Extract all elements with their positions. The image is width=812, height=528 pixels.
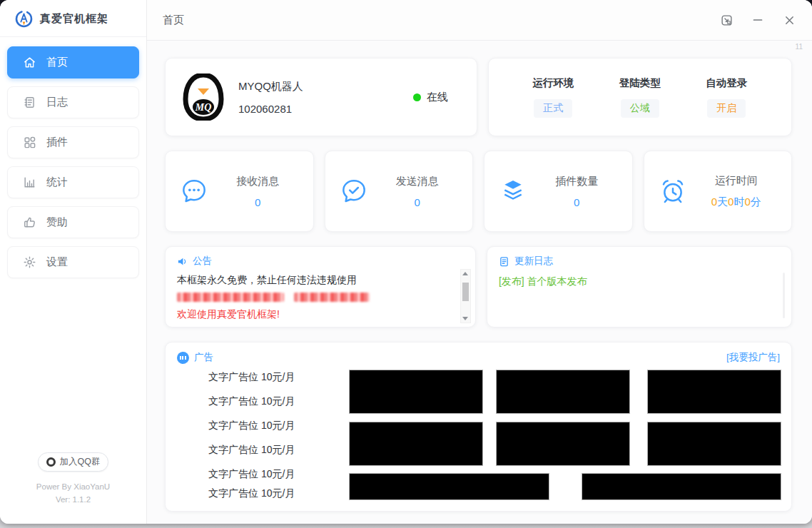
env-label: 运行环境 <box>532 76 574 90</box>
uptime-days-unit: 天 <box>717 196 728 208</box>
changelog-title: 更新日志 <box>514 255 553 268</box>
corner-watermark: 11 <box>796 43 803 51</box>
scroll-down-icon[interactable] <box>462 317 468 320</box>
changelog-scroll-track[interactable] <box>783 273 785 318</box>
main-area: 首页 11 <box>147 0 812 524</box>
announcement-title: 公告 <box>193 255 212 268</box>
ad-image-redacted[interactable] <box>497 422 629 465</box>
announcement-header: 公告 <box>177 255 464 268</box>
window-controls <box>719 13 796 27</box>
power-by-text: Power By XiaoYanU Ver: 1.1.2 <box>0 481 146 507</box>
changelog-card: 更新日志 [发布] 首个版本发布 <box>487 246 792 328</box>
env-label: 登陆类型 <box>619 76 661 90</box>
scrollbar-thumb[interactable] <box>462 283 469 301</box>
env-auto-login: 自动登录 开启 <box>706 76 747 118</box>
home-icon <box>23 56 36 69</box>
sidebar-item-plugins[interactable]: 插件 <box>7 126 139 158</box>
app-window: 真爱官机框架 首页 日志 <box>0 0 812 524</box>
stat-card-sent: 发送消息 0 <box>325 151 474 232</box>
ad-image-redacted[interactable] <box>350 422 482 465</box>
announcement-scrollbar[interactable] <box>460 269 471 323</box>
minimize-icon <box>752 14 763 26</box>
sidebar: 真爱官机框架 首页 日志 <box>0 0 147 524</box>
sidebar-item-label: 日志 <box>46 96 68 109</box>
changelog-doc-icon <box>499 256 509 267</box>
bot-account: 102060281 <box>238 103 303 115</box>
uptime-value: 0天0时0分 <box>711 196 761 209</box>
row-profile: MQ MYQQ机器人 102060281 在线 运行环境 正式 <box>165 58 792 136</box>
power-by: Power By XiaoYanU <box>0 481 146 494</box>
join-qq-group-button[interactable]: 加入QQ群 <box>38 452 109 472</box>
plugin-icon <box>23 136 36 149</box>
ads-title: 广告 <box>194 351 213 364</box>
sidebar-item-home[interactable]: 首页 <box>7 46 139 78</box>
sidebar-footer: 加入QQ群 Power By XiaoYanU Ver: 1.1.2 <box>0 452 146 507</box>
ad-text-slot[interactable]: 文字广告位 10元/月 <box>208 420 295 432</box>
announcement-redacted-line <box>177 293 464 303</box>
submit-ad-link[interactable]: [我要投广告] <box>726 351 780 364</box>
ad-text-slot[interactable]: 文字广告位 10元/月 <box>208 371 295 384</box>
online-status-label: 在线 <box>427 91 448 104</box>
stat-card-plugins: 插件数量 0 <box>484 151 633 232</box>
close-button[interactable] <box>782 13 796 27</box>
env-label: 自动登录 <box>706 76 747 90</box>
sidebar-item-logs[interactable]: 日志 <box>7 86 139 118</box>
scroll-up-icon[interactable] <box>462 272 468 275</box>
stats-icon <box>23 176 36 189</box>
env-runtime-env: 运行环境 正式 <box>532 76 574 118</box>
ad-text-slot[interactable]: 文字广告位 10元/月 <box>208 444 295 457</box>
app-title: 真爱官机框架 <box>40 12 108 26</box>
stat-value: 0 <box>255 196 260 208</box>
close-icon <box>784 15 795 26</box>
minimize-button[interactable] <box>751 13 765 27</box>
message-receive-icon <box>180 177 208 205</box>
ad-text-slot[interactable]: 文字广告位 10元/月 <box>208 468 295 481</box>
announcement-line: 本框架永久免费，禁止任何违法违规使用 <box>177 274 464 287</box>
ad-text-slot[interactable]: 文字广告位 10元/月 <box>208 487 295 500</box>
sidebar-item-label: 插件 <box>46 136 68 149</box>
minimize-to-tray-icon <box>721 14 733 26</box>
ad-image-redacted[interactable] <box>497 370 629 413</box>
sidebar-item-settings[interactable]: 设置 <box>7 246 139 278</box>
stat-label: 接收消息 <box>236 175 279 188</box>
minimize-to-tray-button[interactable] <box>719 13 734 27</box>
content: MQ MYQQ机器人 102060281 在线 运行环境 正式 <box>147 41 812 512</box>
changelog-entry: [发布] 首个版本发布 <box>499 275 780 288</box>
page-title: 首页 <box>163 14 184 27</box>
uptime-hours-unit: 时 <box>734 196 744 208</box>
ad-image-redacted[interactable] <box>648 422 781 465</box>
svg-text:MQ: MQ <box>195 102 212 113</box>
profile-card: MQ MYQQ机器人 102060281 在线 <box>165 58 477 136</box>
stat-label: 发送消息 <box>396 175 439 188</box>
sidebar-item-label: 设置 <box>46 255 68 269</box>
row-panels: 公告 本框架永久免费，禁止任何违法违规使用 欢迎使用真爱官机框架! <box>165 246 792 328</box>
sidebar-item-sponsor[interactable]: 赞助 <box>7 206 139 238</box>
stat-texts: 运行时间 0天0时0分 <box>687 174 786 209</box>
stat-value: 0 <box>415 196 420 208</box>
sidebar-item-label: 赞助 <box>46 215 68 229</box>
bot-avatar: MQ <box>183 73 224 121</box>
ad-image-redacted[interactable] <box>350 474 549 499</box>
sidebar-item-stats[interactable]: 统计 <box>7 166 139 198</box>
ad-image-redacted[interactable] <box>582 474 781 499</box>
stat-value: 0 <box>574 196 579 208</box>
ad-image-redacted[interactable] <box>648 370 781 413</box>
env-login-type: 登陆类型 公域 <box>619 76 661 118</box>
stat-texts: 发送消息 0 <box>368 175 467 208</box>
sidebar-menu: 首页 日志 插件 <box>0 46 146 286</box>
uptime-days: 0 <box>711 196 717 208</box>
version-text: Ver: 1.1.2 <box>0 494 146 507</box>
plugins-count-icon <box>499 177 527 205</box>
ad-text-slot[interactable]: 文字广告位 10元/月 <box>208 395 295 408</box>
changelog-header: 更新日志 <box>499 255 780 268</box>
redacted-text-block <box>177 293 284 302</box>
status-badge: 在线 <box>413 91 448 104</box>
stat-label: 插件数量 <box>555 175 598 188</box>
uptime-minutes: 0 <box>744 196 750 208</box>
uptime-minutes-unit: 分 <box>751 196 761 208</box>
ads-card: 广告 [我要投广告] 文字广告位 10元/月 文字广告位 10元/月 文字广告位… <box>165 342 792 512</box>
sponsor-icon <box>23 215 36 229</box>
profile-texts: MYQQ机器人 102060281 <box>238 80 303 115</box>
row-stats: 接收消息 0 发送消息 0 <box>165 151 792 232</box>
ad-image-redacted[interactable] <box>350 370 482 413</box>
